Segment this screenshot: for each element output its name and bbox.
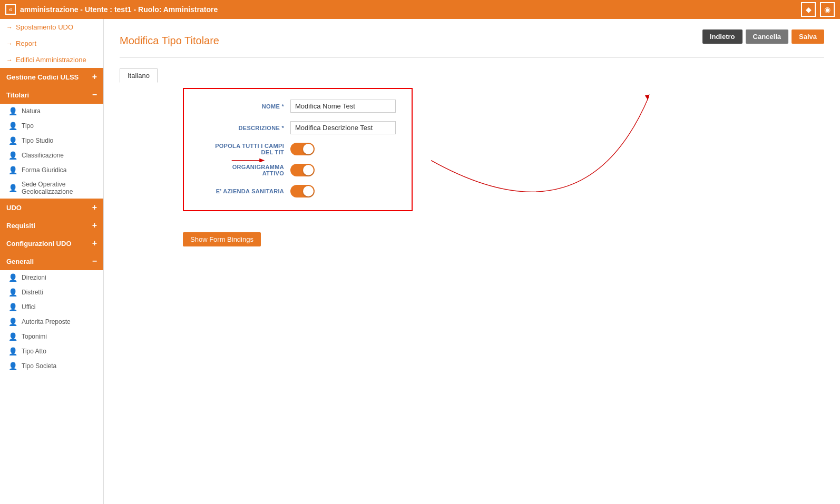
sidebar-item-sede-operative[interactable]: 👤 Sede Operative Geolocalizzazione xyxy=(0,177,103,199)
sidebar-label-tipo-societa: Tipo Societa xyxy=(22,362,56,370)
sidebar-section-udo[interactable]: UDO + xyxy=(0,199,103,216)
sidebar-item-spostamento-udo[interactable]: → Spostamento UDO xyxy=(0,19,103,35)
user-icon: 👤 xyxy=(8,318,17,326)
sidebar-label-classificazione: Classificazione xyxy=(22,152,64,159)
form-row-descrizione: DESCRIZIONE * xyxy=(200,121,396,134)
sidebar-item-autorita[interactable]: 👤 Autorita Preposte xyxy=(0,314,103,329)
user-icon: 👤 xyxy=(8,136,17,145)
user-icon: 👤 xyxy=(8,107,17,115)
sidebar-label-report: Report xyxy=(16,39,36,47)
sidebar-label-forma-giuridica: Forma Giuridica xyxy=(22,166,66,174)
form-row-azienda: E' AZIENDA SANITARIA xyxy=(200,185,396,197)
sidebar-section-label-titolari: Titolari xyxy=(6,91,29,99)
bindings-area: Show Form Bindings xyxy=(151,222,824,246)
top-bar: « amministrazione - Utente : test1 - Ruo… xyxy=(0,0,840,19)
sidebar-label-tipo: Tipo xyxy=(22,122,34,130)
tab-bar: Italiano xyxy=(120,68,824,83)
toggle-popola[interactable] xyxy=(290,143,315,155)
expand-icon: + xyxy=(92,221,97,230)
sidebar-label-spostamento: Spostamento UDO xyxy=(16,23,73,31)
salva-button[interactable]: Salva xyxy=(792,29,824,44)
sidebar-item-natura[interactable]: 👤 Natura xyxy=(0,104,103,118)
sidebar-label-distretti: Distretti xyxy=(22,289,43,296)
layout: → Spostamento UDO → Report → Edifici Amm… xyxy=(0,19,840,504)
toolbar: Indietro Cancella Salva xyxy=(702,29,824,44)
sidebar-item-tipo-atto[interactable]: 👤 Tipo Atto xyxy=(0,344,103,359)
user-icon: 👤 xyxy=(8,288,17,297)
sidebar-section-label-udo: UDO xyxy=(6,204,22,212)
user-icon: 👤 xyxy=(8,151,17,160)
sidebar-label-tipo-studio: Tipo Studio xyxy=(22,137,53,144)
sidebar-item-edifici[interactable]: → Edifici Amministrazione xyxy=(0,52,103,68)
toggle-organigramma[interactable] xyxy=(290,164,315,176)
expand-icon: + xyxy=(92,72,97,82)
sidebar-item-report[interactable]: → Report xyxy=(0,35,103,52)
input-nome[interactable] xyxy=(290,100,396,113)
user-icon: 👤 xyxy=(8,184,17,192)
content-area: NOME * DESCRIZIONE * POPOLA TUTTI I CAMP… xyxy=(120,88,824,211)
arrow-icon: → xyxy=(6,40,13,47)
sidebar-section-label-requisiti: Requisiti xyxy=(6,222,35,230)
sidebar-item-forma-giuridica[interactable]: 👤 Forma Giuridica xyxy=(0,163,103,177)
sidebar-item-uffici[interactable]: 👤 Uffici xyxy=(0,300,103,314)
divider xyxy=(120,57,824,58)
cancella-button[interactable]: Cancella xyxy=(746,29,788,44)
label-organigramma: ORGANIGRAMMAATTIVO xyxy=(200,164,284,176)
user-icon: 👤 xyxy=(8,362,17,370)
user-icon: 👤 xyxy=(8,303,17,311)
sidebar: → Spostamento UDO → Report → Edifici Amm… xyxy=(0,19,104,504)
sidebar-label-toponimi: Toponimi xyxy=(22,333,47,340)
user-icon: 👤 xyxy=(8,122,17,130)
label-popola: POPOLA TUTTI I CAMPIDEL TIT xyxy=(200,143,284,155)
sidebar-item-classificazione[interactable]: 👤 Classificazione xyxy=(0,148,103,163)
label-descrizione: DESCRIZIONE * xyxy=(200,125,284,131)
arrow-icon: → xyxy=(6,56,13,64)
input-descrizione[interactable] xyxy=(290,121,396,134)
toggle-azienda[interactable] xyxy=(290,185,315,197)
arrow-icon: → xyxy=(6,24,13,31)
sidebar-section-label-configurazioni: Configurazioni UDO xyxy=(6,240,72,248)
indietro-button[interactable]: Indietro xyxy=(702,29,743,44)
sidebar-section-gestione[interactable]: Gestione Codici ULSS + xyxy=(0,68,103,86)
sidebar-label-sede-operative: Sede Operative Geolocalizzazione xyxy=(22,181,97,195)
tab-italiano[interactable]: Italiano xyxy=(120,68,158,83)
main-content: Indietro Cancella Salva Modifica Tipo Ti… xyxy=(104,19,840,504)
app-title: amministrazione - Utente : test1 - Ruolo… xyxy=(20,5,218,14)
sidebar-label-autorita: Autorita Preposte xyxy=(22,318,71,325)
globe-icon[interactable]: ◆ xyxy=(801,2,816,17)
sidebar-section-requisiti[interactable]: Requisiti + xyxy=(0,216,103,234)
form-row-organigramma: ORGANIGRAMMAATTIVO xyxy=(200,164,396,176)
collapse-icon: − xyxy=(92,256,97,266)
sidebar-section-titolari[interactable]: Titolari − xyxy=(0,86,103,104)
sidebar-item-toponimi[interactable]: 👤 Toponimi xyxy=(0,329,103,344)
user-icon: 👤 xyxy=(8,273,17,282)
user-icon: 👤 xyxy=(8,347,17,355)
sidebar-item-distretti[interactable]: 👤 Distretti xyxy=(0,285,103,300)
user-icon: 👤 xyxy=(8,332,17,341)
sidebar-section-configurazioni[interactable]: Configurazioni UDO + xyxy=(0,234,103,252)
sidebar-label-edifici: Edifici Amministrazione xyxy=(16,56,86,64)
sidebar-section-label-generali: Generali xyxy=(6,258,34,265)
sidebar-label-uffici: Uffici xyxy=(22,303,35,311)
show-form-bindings-button[interactable]: Show Form Bindings xyxy=(183,232,261,246)
form-row-nome: NOME * xyxy=(200,100,396,113)
expand-icon: + xyxy=(92,239,97,248)
sidebar-item-direzioni[interactable]: 👤 Direzioni xyxy=(0,270,103,285)
user-icon: 👤 xyxy=(8,166,17,174)
label-azienda: E' AZIENDA SANITARIA xyxy=(200,188,284,194)
sidebar-label-direzioni: Direzioni xyxy=(22,274,46,281)
sidebar-label-tipo-atto: Tipo Atto xyxy=(22,348,46,355)
top-bar-left: « amministrazione - Utente : test1 - Ruo… xyxy=(5,4,218,15)
sidebar-section-generali[interactable]: Generali − xyxy=(0,252,103,270)
form-row-popola: POPOLA TUTTI I CAMPIDEL TIT xyxy=(200,143,396,155)
sidebar-section-label-gestione: Gestione Codici ULSS xyxy=(6,73,79,81)
expand-icon: + xyxy=(92,203,97,212)
sidebar-item-tipo[interactable]: 👤 Tipo xyxy=(0,118,103,133)
sidebar-item-tipo-studio[interactable]: 👤 Tipo Studio xyxy=(0,133,103,148)
sidebar-item-tipo-societa[interactable]: 👤 Tipo Societa xyxy=(0,359,103,373)
collapse-icon: − xyxy=(92,90,97,100)
sidebar-label-natura: Natura xyxy=(22,107,41,115)
menu-toggle-icon[interactable]: « xyxy=(5,4,16,15)
label-nome: NOME * xyxy=(200,103,284,110)
power-icon[interactable]: ◉ xyxy=(820,2,835,17)
